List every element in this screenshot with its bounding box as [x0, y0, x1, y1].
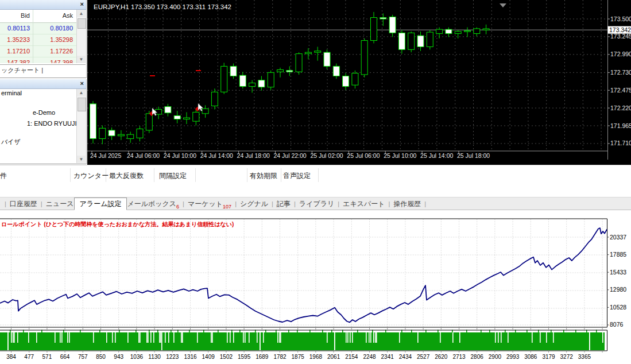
- volume-gap: [440, 332, 441, 343]
- price-axis-label: 171.710: [610, 140, 631, 146]
- price-axis-label: 173.500: [610, 16, 631, 22]
- tester-chart[interactable]: 2033717885154331298010528807638447757166…: [0, 216, 631, 364]
- volume-gap: [13, 332, 14, 343]
- time-axis-label: 24 Jul 22:00: [274, 152, 307, 159]
- chart-shift-icon: [500, 3, 506, 7]
- volume-gap: [553, 332, 554, 343]
- close-icon[interactable]: ×: [80, 80, 84, 87]
- alarm-column-header[interactable]: 有効期限: [250, 171, 277, 181]
- alarm-column-header[interactable]: カウンター: [73, 171, 109, 181]
- ask-value: 147.398: [33, 59, 73, 63]
- scroll-down-icon[interactable]: ▼: [77, 156, 86, 163]
- navigator-item[interactable]: 1: ENDO RYUUJI: [27, 120, 77, 127]
- volume-gap: [452, 332, 454, 343]
- tab-3[interactable]: アラーム設定: [74, 198, 127, 210]
- candle-body: [305, 52, 311, 53]
- scroll-down-icon[interactable]: ▼: [77, 56, 86, 63]
- volume-gap: [399, 332, 400, 343]
- navigator-item[interactable]: e-Demo: [33, 109, 55, 116]
- trade-axis-label: 3365: [578, 354, 591, 360]
- tab-2[interactable]: ニュース: [46, 198, 74, 210]
- ask-column-header[interactable]: Ask: [33, 12, 73, 19]
- candle-body: [427, 32, 433, 47]
- price-axis-label: 173.245: [610, 33, 631, 40]
- volume-gap: [181, 332, 182, 343]
- candle-body: [184, 118, 190, 119]
- bid-column-header[interactable]: Bid: [0, 12, 30, 19]
- market-watch-scrollbar[interactable]: ▲ ▼: [76, 10, 86, 63]
- navigator-item[interactable]: バイザ: [1, 138, 21, 146]
- volume-gap: [165, 332, 166, 343]
- ask-value: 1.17226: [33, 48, 73, 55]
- market-watch-titlebar: ×: [0, 0, 86, 10]
- trade-axis-label: 3179: [542, 354, 555, 360]
- candle-body: [211, 92, 218, 106]
- balance-axis-label: 10528: [610, 304, 626, 311]
- volume-gap: [373, 332, 374, 343]
- candle-body: [258, 80, 265, 87]
- header-separator: [247, 168, 247, 182]
- tab-10[interactable]: 操作履歴: [393, 198, 421, 210]
- balance-axis-label: 15433: [610, 269, 626, 276]
- alarm-column-header[interactable]: 最大反復数: [109, 171, 144, 181]
- tab-1[interactable]: 口座履歴: [10, 198, 37, 210]
- navigator-scrollbar[interactable]: ▲ ▼: [76, 89, 86, 163]
- scrollbar-thumb[interactable]: [78, 18, 86, 29]
- market-watch-panel: × Bid Ask 0.801130.801801.352331.352981.…: [0, 0, 87, 78]
- trade-axis-label: 1875: [292, 354, 305, 360]
- candle-body: [137, 129, 143, 138]
- volume-gap: [370, 332, 371, 343]
- tab-9[interactable]: エキスパート: [343, 198, 385, 210]
- candle-body: [193, 112, 199, 121]
- candle-body: [464, 31, 471, 32]
- alarm-column-header[interactable]: 条件: [0, 171, 7, 181]
- price-chart[interactable]: 173.500173.245172.990172.730172.475172.2…: [87, 0, 631, 165]
- market-watch-row[interactable]: 0.801130.80180: [0, 23, 76, 34]
- candle-body: [90, 104, 96, 139]
- market-watch-row[interactable]: 147.382147.398: [0, 57, 76, 63]
- navigator-item[interactable]: erminal: [1, 90, 22, 96]
- close-icon[interactable]: ×: [80, 1, 84, 8]
- time-axis-label: 25 Jul 18:00: [457, 152, 490, 159]
- volume-histogram: [0, 332, 605, 350]
- tab-6[interactable]: シグナル: [240, 198, 268, 210]
- volume-gap: [69, 332, 70, 343]
- tab-separator: |: [1, 198, 10, 210]
- balance-axis-label: 12980: [610, 286, 626, 293]
- volume-gap: [350, 332, 351, 343]
- candle-body: [389, 17, 396, 33]
- tick-chart-tab[interactable]: ックチャート |: [1, 66, 43, 75]
- scroll-up-icon[interactable]: ▲: [77, 10, 86, 17]
- trade-axis-label: 1316: [184, 354, 197, 360]
- trade-axis-label: 2154: [345, 354, 358, 360]
- volume-gap: [11, 332, 12, 343]
- volume-gap: [14, 332, 15, 343]
- scrollbar-thumb[interactable]: [78, 98, 86, 111]
- trade-axis-label: 1595: [238, 354, 251, 360]
- tab-7[interactable]: 記事: [277, 198, 291, 210]
- alarm-column-header[interactable]: 間隔設定: [159, 171, 187, 181]
- time-axis-label: 24 Jul 2025: [90, 152, 121, 159]
- scroll-up-icon[interactable]: ▲: [77, 89, 86, 96]
- alarm-column-header[interactable]: 音声設定: [283, 171, 311, 181]
- trade-axis-label: 2806: [471, 354, 484, 360]
- tab-separator: |: [231, 198, 240, 210]
- market-watch-row[interactable]: 1.172101.17226: [0, 46, 76, 57]
- candle-body: [324, 52, 330, 66]
- candle-body: [417, 36, 424, 47]
- candle-body: [99, 128, 106, 138]
- candle-body: [315, 51, 321, 52]
- trade-axis-label: 1689: [256, 354, 269, 360]
- tab-4[interactable]: メールボックス6: [127, 198, 179, 210]
- market-watch-row[interactable]: 1.352331.35298: [0, 34, 76, 46]
- tab-5[interactable]: マーケット107: [188, 198, 231, 210]
- volume-gap: [60, 332, 61, 343]
- volume-gap: [243, 332, 244, 343]
- candle-body: [146, 114, 152, 130]
- candle-body: [333, 66, 339, 76]
- trade-axis-label: 1036: [130, 354, 144, 360]
- candle-body: [118, 134, 124, 135]
- tab-8[interactable]: ライブラリ: [299, 198, 334, 210]
- candle-body: [287, 71, 293, 72]
- volume-gap: [347, 332, 349, 343]
